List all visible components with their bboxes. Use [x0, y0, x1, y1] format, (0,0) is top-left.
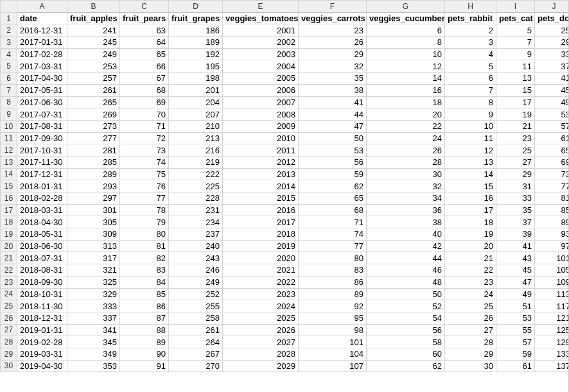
- value-cell[interactable]: 231: [169, 204, 223, 216]
- value-cell[interactable]: 2001: [223, 24, 299, 37]
- date-cell[interactable]: 2016-12-31: [17, 24, 67, 37]
- value-cell[interactable]: 137: [535, 360, 570, 372]
- value-cell[interactable]: 2024: [223, 300, 299, 312]
- value-cell[interactable]: 77: [535, 180, 570, 192]
- value-cell[interactable]: 47: [299, 120, 367, 132]
- value-cell[interactable]: 34: [367, 192, 445, 205]
- value-cell[interactable]: 95: [299, 312, 367, 324]
- value-cell[interactable]: 261: [169, 324, 223, 336]
- value-cell[interactable]: 13: [445, 156, 496, 168]
- value-cell[interactable]: 117: [535, 300, 570, 312]
- value-cell[interactable]: 30: [367, 168, 445, 180]
- date-cell[interactable]: 2017-05-31: [17, 84, 67, 96]
- value-cell[interactable]: 349: [67, 348, 120, 360]
- value-cell[interactable]: 246: [169, 264, 223, 277]
- value-cell[interactable]: 107: [299, 360, 367, 372]
- value-cell[interactable]: 33: [535, 48, 570, 60]
- value-cell[interactable]: 81: [535, 192, 570, 205]
- value-cell[interactable]: 31: [496, 180, 535, 192]
- value-cell[interactable]: 269: [67, 108, 120, 121]
- value-cell[interactable]: 219: [169, 156, 223, 168]
- value-cell[interactable]: 45: [535, 84, 570, 96]
- value-cell[interactable]: 267: [169, 348, 223, 360]
- value-cell[interactable]: 2022: [223, 276, 299, 288]
- value-cell[interactable]: 61: [496, 360, 535, 372]
- value-cell[interactable]: 5: [496, 24, 535, 37]
- value-cell[interactable]: 90: [120, 348, 169, 360]
- value-cell[interactable]: 301: [67, 204, 120, 216]
- value-cell[interactable]: 258: [169, 312, 223, 324]
- row-head[interactable]: 5: [1, 60, 17, 72]
- value-cell[interactable]: 59: [299, 168, 367, 180]
- value-cell[interactable]: 2028: [223, 348, 299, 360]
- value-cell[interactable]: 85: [120, 288, 169, 300]
- date-cell[interactable]: 2018-04-30: [17, 216, 67, 228]
- row-head[interactable]: 2: [1, 24, 17, 37]
- value-cell[interactable]: 333: [67, 300, 120, 312]
- value-cell[interactable]: 2018: [223, 228, 299, 241]
- date-cell[interactable]: 2017-08-31: [17, 120, 67, 132]
- value-cell[interactable]: 104: [299, 348, 367, 360]
- value-cell[interactable]: 17: [445, 204, 496, 216]
- value-cell[interactable]: 57: [496, 336, 535, 348]
- value-cell[interactable]: 2025: [223, 312, 299, 324]
- value-cell[interactable]: 50: [367, 288, 445, 300]
- value-cell[interactable]: 18: [445, 216, 496, 228]
- value-cell[interactable]: 16: [445, 192, 496, 205]
- value-cell[interactable]: 2005: [223, 72, 299, 85]
- value-cell[interactable]: 85: [535, 204, 570, 216]
- value-cell[interactable]: 86: [299, 276, 367, 288]
- value-cell[interactable]: 35: [496, 204, 535, 216]
- value-cell[interactable]: 55: [496, 324, 535, 336]
- value-cell[interactable]: 9: [445, 108, 496, 121]
- value-cell[interactable]: 2: [445, 24, 496, 37]
- value-cell[interactable]: 62: [367, 360, 445, 372]
- value-cell[interactable]: 23: [299, 24, 367, 37]
- value-cell[interactable]: 24: [445, 288, 496, 300]
- value-cell[interactable]: 86: [120, 300, 169, 312]
- col-head-I[interactable]: I: [496, 1, 535, 13]
- value-cell[interactable]: 11: [445, 132, 496, 144]
- value-cell[interactable]: 222: [169, 168, 223, 180]
- header-cell[interactable]: pets_rabbit: [445, 12, 496, 24]
- value-cell[interactable]: 77: [120, 192, 169, 205]
- date-cell[interactable]: 2017-03-31: [17, 60, 67, 72]
- value-cell[interactable]: 2006: [223, 84, 299, 96]
- value-cell[interactable]: 2004: [223, 60, 299, 72]
- value-cell[interactable]: 289: [67, 168, 120, 180]
- value-cell[interactable]: 14: [367, 72, 445, 85]
- value-cell[interactable]: 66: [120, 60, 169, 72]
- value-cell[interactable]: 37: [535, 60, 570, 72]
- row-head[interactable]: 29: [1, 348, 17, 360]
- value-cell[interactable]: 24: [367, 132, 445, 144]
- value-cell[interactable]: 98: [299, 324, 367, 336]
- date-cell[interactable]: 2017-07-31: [17, 108, 67, 121]
- value-cell[interactable]: 60: [367, 348, 445, 360]
- value-cell[interactable]: 65: [535, 144, 570, 157]
- value-cell[interactable]: 44: [367, 252, 445, 264]
- value-cell[interactable]: 2019: [223, 240, 299, 252]
- value-cell[interactable]: 56: [367, 324, 445, 336]
- row-head[interactable]: 11: [1, 132, 17, 144]
- value-cell[interactable]: 89: [299, 288, 367, 300]
- value-cell[interactable]: 2029: [223, 360, 299, 372]
- value-cell[interactable]: 49: [535, 96, 570, 108]
- value-cell[interactable]: 8: [445, 96, 496, 108]
- value-cell[interactable]: 277: [67, 132, 120, 144]
- value-cell[interactable]: 97: [535, 240, 570, 252]
- value-cell[interactable]: 2021: [223, 264, 299, 277]
- row-head[interactable]: 24: [1, 288, 17, 300]
- row-head[interactable]: 4: [1, 48, 17, 60]
- date-cell[interactable]: 2017-10-31: [17, 144, 67, 157]
- value-cell[interactable]: 47: [496, 276, 535, 288]
- value-cell[interactable]: 15: [496, 84, 535, 96]
- value-cell[interactable]: 2014: [223, 180, 299, 192]
- value-cell[interactable]: 6: [445, 72, 496, 85]
- value-cell[interactable]: 241: [67, 24, 120, 37]
- select-all-corner[interactable]: [1, 1, 17, 13]
- value-cell[interactable]: 4: [445, 48, 496, 60]
- value-cell[interactable]: 321: [67, 264, 120, 277]
- date-cell[interactable]: 2019-01-31: [17, 324, 67, 336]
- col-head-E[interactable]: E: [223, 1, 299, 13]
- value-cell[interactable]: 17: [496, 96, 535, 108]
